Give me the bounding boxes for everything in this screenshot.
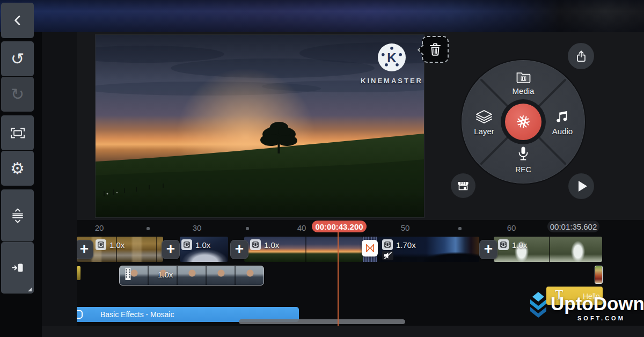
redo-button[interactable]: ↻	[1, 77, 34, 112]
clip-edge-sliver	[77, 266, 80, 280]
play-icon	[579, 181, 587, 192]
layer-icon	[475, 110, 493, 124]
wheel-layer-button[interactable]: Layer	[463, 110, 506, 136]
top-banner	[0, 0, 644, 32]
expand-frame-icon	[10, 127, 25, 139]
clip-speed-label: 1.0x	[109, 240, 125, 250]
image-layer-sliver[interactable]	[595, 266, 603, 284]
transition-button[interactable]	[362, 240, 378, 257]
add-media-button[interactable]: +	[230, 240, 248, 259]
film-badge-icon	[96, 239, 106, 250]
play-button[interactable]	[568, 173, 594, 199]
store-icon	[457, 180, 470, 192]
uptodown-subtitle: SOFT.COM	[577, 315, 625, 321]
add-media-button[interactable]: +	[75, 240, 93, 259]
undo-button[interactable]: ↺	[1, 41, 34, 76]
clip-speed-label: 1.0x	[512, 240, 527, 250]
uptodown-title: UptoDown	[551, 293, 644, 314]
export-icon	[575, 50, 587, 63]
undo-icon: ↺	[11, 51, 24, 67]
add-media-button[interactable]: +	[162, 240, 180, 259]
wheel-rec-label: REC	[462, 165, 585, 174]
jump-to-end-icon	[11, 262, 24, 273]
timeline-scrollbar[interactable]	[239, 319, 405, 324]
timeline-expand-icon	[11, 208, 25, 223]
gear-icon: ⚙	[10, 160, 25, 177]
wheel-media-button[interactable]: Media	[462, 71, 585, 96]
redo-icon: ↻	[11, 86, 24, 102]
ruler-tick: 30	[193, 223, 202, 232]
panel-resize-handle[interactable]	[28, 288, 32, 291]
microphone-icon	[517, 146, 529, 163]
project-settings-button[interactable]: ⚙	[1, 151, 34, 186]
sidebar	[42, 32, 77, 326]
wheel-layer-label: Layer	[463, 127, 506, 136]
delete-clip-button[interactable]	[422, 36, 449, 63]
video-preview[interactable]: K KINEMASTER	[96, 35, 424, 217]
capture-button[interactable]	[505, 104, 541, 140]
ruler-dot	[458, 227, 462, 230]
kinemaster-logo-icon: K	[377, 42, 407, 72]
film-badge-icon	[181, 239, 192, 250]
clip-speed-label: 1.0x	[158, 270, 173, 279]
svg-text:K: K	[387, 50, 397, 65]
ruler-tick: 20	[95, 223, 104, 232]
clip-speed-label: 1.70x	[396, 240, 416, 250]
fit-preview-button[interactable]	[1, 115, 34, 150]
media-folder-icon	[516, 71, 531, 84]
timeline-expand-button[interactable]	[1, 189, 34, 241]
jump-to-end-button[interactable]	[1, 242, 34, 294]
total-duration-display: 00:01:35.602	[547, 221, 599, 232]
film-badge-icon	[250, 239, 261, 250]
control-wheel: Media Layer Audio	[462, 60, 585, 184]
effect-label: Basic Effects - Mosaic	[100, 310, 174, 319]
muted-audio-icon	[382, 251, 393, 260]
current-time-display: 00:00:43.200	[312, 221, 367, 232]
kinemaster-app: K KINEMASTER	[0, 0, 644, 337]
clip-speed-label: 1.0x	[195, 240, 210, 250]
wheel-audio-button[interactable]: Audio	[541, 110, 584, 136]
playhead[interactable]	[338, 232, 339, 326]
ruler-dot	[147, 227, 150, 230]
uptodown-watermark: UptoDown SOFT.COM	[526, 292, 641, 324]
shutter-aperture-icon	[515, 113, 532, 130]
audio-note-icon	[556, 110, 569, 124]
video-clip-4[interactable]: 1.70x	[377, 237, 479, 262]
back-button[interactable]	[1, 3, 34, 38]
ruler-tick: 60	[507, 223, 516, 232]
video-clip-2[interactable]: 1.0x	[180, 237, 228, 262]
ruler-tick: 40	[297, 223, 306, 232]
clip-speed-label: 1.0x	[264, 240, 279, 250]
ruler-dot	[246, 227, 249, 230]
wheel-audio-label: Audio	[541, 127, 584, 136]
export-share-button[interactable]	[568, 43, 594, 69]
uptodown-logo-icon	[526, 292, 551, 320]
overlay-video-clip[interactable]: 1.0x	[119, 266, 264, 285]
transition-icon	[365, 243, 375, 253]
video-clip-5[interactable]: 1.0x	[494, 237, 602, 262]
kinemaster-watermark-label: KINEMASTER	[348, 77, 436, 85]
ruler-tick: 50	[401, 223, 410, 232]
back-chevron-icon	[11, 14, 24, 27]
video-clip-3[interactable]: 1.0x	[244, 237, 363, 262]
filmstrip-icon	[124, 268, 132, 280]
film-badge-icon	[498, 239, 509, 250]
add-media-button[interactable]: +	[479, 240, 497, 259]
asset-store-button[interactable]	[451, 173, 475, 198]
wheel-rec-button[interactable]: REC	[462, 146, 585, 174]
wheel-media-label: Media	[462, 86, 585, 96]
film-badge-icon	[382, 239, 393, 250]
trash-icon	[429, 42, 441, 56]
